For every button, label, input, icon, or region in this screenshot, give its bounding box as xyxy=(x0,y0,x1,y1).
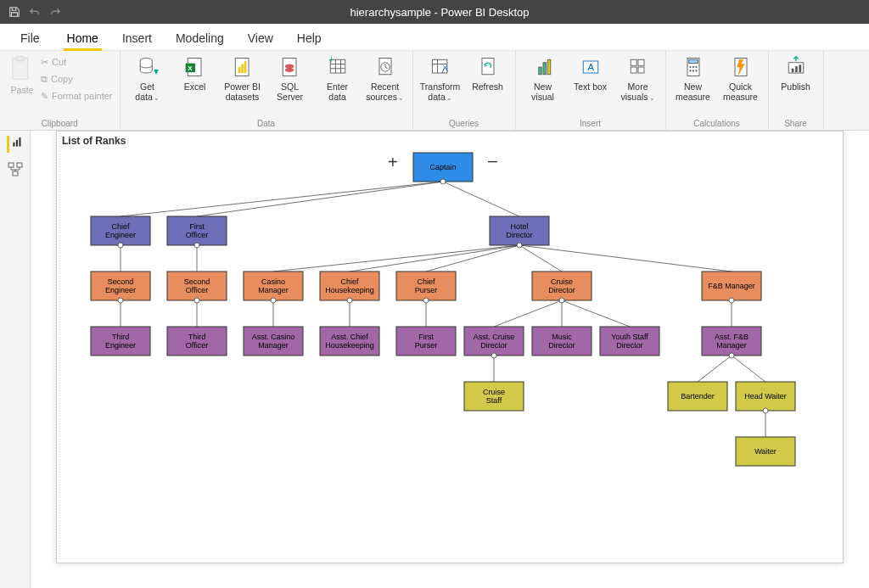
text-box-button[interactable]: AText box xyxy=(570,54,611,92)
expand-icon[interactable]: + xyxy=(388,153,398,171)
svg-rect-31 xyxy=(631,59,636,65)
excel-icon: X xyxy=(182,54,208,80)
publish-icon xyxy=(783,54,809,80)
excel-button[interactable]: XExcel xyxy=(175,54,216,92)
publish-button[interactable]: Publish xyxy=(776,54,816,92)
hierarchy-chart[interactable]: CaptainChiefEngineerFirstOfficerHotelDir… xyxy=(57,132,821,556)
svg-text:Chief: Chief xyxy=(111,222,130,231)
node-first_purser[interactable]: FirstPurser xyxy=(396,327,456,356)
svg-text:Director: Director xyxy=(480,341,507,350)
svg-line-71 xyxy=(562,300,630,327)
quick-measure-button[interactable]: Quick measure xyxy=(720,54,761,102)
tab-insert[interactable]: Insert xyxy=(110,26,164,50)
tab-help[interactable]: Help xyxy=(285,26,334,50)
svg-point-99 xyxy=(194,298,199,303)
svg-point-41 xyxy=(692,70,693,71)
svg-text:Waiter: Waiter xyxy=(754,447,776,456)
svg-text:First: First xyxy=(189,222,205,231)
tab-file[interactable]: File xyxy=(5,26,55,50)
get-data-button[interactable]: ▾Get data⌄ xyxy=(127,54,168,102)
node-bartender[interactable]: Bartender xyxy=(668,382,727,411)
svg-rect-25 xyxy=(482,59,494,75)
node-youth_dir[interactable]: Youth StaffDirector xyxy=(600,327,659,356)
node-asst_casino[interactable]: Asst. CasinoManager xyxy=(244,327,303,356)
svg-point-83 xyxy=(118,243,123,248)
collapse-icon[interactable]: – xyxy=(488,151,498,170)
transform-data-button[interactable]: Transform data⌄ xyxy=(420,54,461,102)
new-measure-button[interactable]: New measure xyxy=(673,54,714,102)
enter-data-icon: + xyxy=(325,54,350,80)
node-hotel_dir[interactable]: HotelDirector xyxy=(490,216,549,248)
enter-data-button[interactable]: +Enter data xyxy=(317,54,358,102)
svg-line-69 xyxy=(494,300,562,327)
recent-sources-button[interactable]: Recent sources⌄ xyxy=(365,54,406,102)
svg-text:Cruise: Cruise xyxy=(483,388,505,396)
svg-point-42 xyxy=(695,70,697,71)
cut-button: ✂Cut xyxy=(41,54,113,70)
model-view-icon[interactable] xyxy=(7,161,24,178)
svg-text:X: X xyxy=(188,64,193,72)
svg-rect-22 xyxy=(432,59,447,73)
new-visual-button[interactable]: New visual xyxy=(523,54,563,102)
node-casino_mgr[interactable]: CasinoManager xyxy=(244,272,303,303)
node-first_off[interactable]: FirstOfficer xyxy=(167,216,227,248)
svg-text:Purser: Purser xyxy=(415,341,438,350)
node-fb_mgr[interactable]: F&B Manager xyxy=(702,272,761,303)
tab-home[interactable]: Home xyxy=(55,26,110,50)
refresh-button[interactable]: Refresh xyxy=(468,54,508,92)
svg-text:Director: Director xyxy=(616,341,643,350)
node-third_eng[interactable]: ThirdEngineer xyxy=(91,327,150,356)
quick-measure-icon xyxy=(728,54,754,80)
svg-rect-27 xyxy=(543,63,547,75)
svg-line-59 xyxy=(273,245,519,272)
pbi-datasets-button[interactable]: Power BI datasets xyxy=(222,54,263,102)
node-chief_eng[interactable]: ChiefEngineer xyxy=(91,216,150,248)
node-second_off[interactable]: SecondOfficer xyxy=(167,272,227,303)
chart-icon xyxy=(530,54,556,80)
node-cruise_dir[interactable]: CruiseDirector xyxy=(532,272,591,303)
group-queries: Queries xyxy=(420,117,508,128)
tab-view[interactable]: View xyxy=(236,26,285,50)
svg-point-13 xyxy=(284,68,294,72)
svg-point-103 xyxy=(271,298,276,303)
svg-rect-34 xyxy=(638,67,644,73)
node-asst_fb[interactable]: Asst. F&BManager xyxy=(702,327,761,358)
svg-text:Cruise: Cruise xyxy=(551,277,573,286)
node-asst_cruise[interactable]: Asst. CruiseDirector xyxy=(464,327,524,358)
report-page[interactable]: List of Ranks CaptainChiefEngineerFirstO… xyxy=(56,131,844,563)
node-captain[interactable]: Captain xyxy=(413,153,473,184)
svg-rect-53 xyxy=(13,171,18,176)
more-visuals-button[interactable]: More visuals⌄ xyxy=(618,54,659,102)
redo-icon[interactable] xyxy=(49,6,61,18)
node-third_off[interactable]: ThirdOfficer xyxy=(167,327,227,356)
report-view-icon[interactable] xyxy=(7,136,24,153)
node-chief_purser[interactable]: ChiefPurser xyxy=(396,272,456,303)
svg-point-147 xyxy=(729,353,734,358)
node-music_dir[interactable]: MusicDirector xyxy=(532,327,591,356)
refresh-icon xyxy=(475,54,501,80)
svg-rect-36 xyxy=(688,59,698,63)
save-icon[interactable] xyxy=(8,6,20,18)
undo-icon[interactable] xyxy=(29,6,41,18)
svg-text:Hotel: Hotel xyxy=(510,222,528,231)
node-waiter[interactable]: Waiter xyxy=(736,437,795,466)
node-cruise_staff[interactable]: CruiseStaff xyxy=(464,382,524,411)
svg-rect-51 xyxy=(8,163,14,167)
svg-rect-47 xyxy=(799,64,801,72)
svg-text:Head Waiter: Head Waiter xyxy=(744,392,787,400)
node-asst_hk[interactable]: Asst. ChiefHousekeeping xyxy=(320,327,379,356)
view-sidebar xyxy=(0,131,31,588)
node-chief_hk[interactable]: ChiefHousekeeping xyxy=(320,272,379,303)
svg-line-56 xyxy=(443,182,519,216)
tab-modeling[interactable]: Modeling xyxy=(164,26,236,50)
brush-icon: ✎ xyxy=(41,91,48,102)
window-title: hierarchysample - Power BI Desktop xyxy=(61,6,818,19)
group-clipboard: Clipboard xyxy=(7,117,113,128)
svg-line-74 xyxy=(698,356,732,382)
node-second_eng[interactable]: SecondEngineer xyxy=(91,272,150,303)
title-bar: hierarchysample - Power BI Desktop xyxy=(0,0,869,24)
svg-line-62 xyxy=(519,245,562,272)
sql-server-button[interactable]: SQL Server xyxy=(270,54,311,102)
svg-text:Director: Director xyxy=(548,341,575,350)
node-head_waiter[interactable]: Head Waiter xyxy=(736,382,795,413)
